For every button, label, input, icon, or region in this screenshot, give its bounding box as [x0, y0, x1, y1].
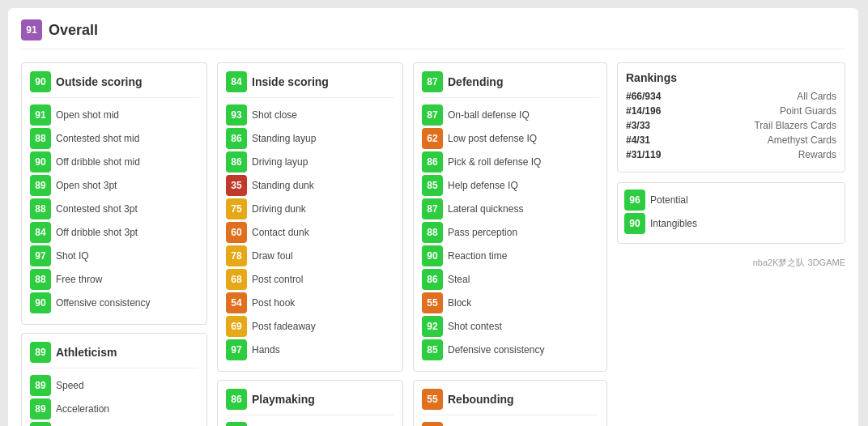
stat-label: Driving dunk [252, 203, 306, 215]
stat-row: 97Hands [226, 339, 394, 360]
ranking-number: #31/119 [626, 149, 661, 160]
stat-label: Shot contest [448, 321, 502, 332]
stat-row: 90Off dribble shot mid [30, 151, 198, 173]
ranking-number: #3/33 [626, 120, 650, 131]
third-column: 87 Defending 87On-ball defense IQ62Low p… [413, 62, 607, 426]
stat-label: Contested shot mid [56, 133, 139, 144]
stat-badge: 88 [30, 269, 51, 290]
stat-row: 88Contested shot 3pt [30, 198, 198, 219]
stat-label: Free throw [56, 274, 102, 285]
stat-row: 89Acceleration [30, 398, 198, 420]
ranking-number: #66/934 [626, 91, 661, 102]
stat-badge: 91 [30, 104, 51, 126]
stat-label: Steal [448, 274, 470, 285]
stat-badge: 85 [422, 339, 443, 360]
ranking-row: #66/934All Cards [626, 91, 836, 102]
stat-label: Pick & roll defense IQ [448, 156, 541, 168]
stat-row: 88Contested shot mid [30, 128, 198, 149]
overall-header: 91 Overall [21, 19, 845, 49]
stat-badge: 88 [30, 128, 51, 149]
stat-badge: 87 [422, 104, 443, 126]
athleticism-title: Athleticism [56, 346, 117, 359]
ranking-label: All Cards [797, 91, 836, 102]
extras-section: 96Potential90Intangibles [617, 182, 845, 244]
stat-badge: 88 [422, 222, 443, 243]
stat-row: 86Standing layup [226, 128, 394, 149]
inside-scoring-stats: 93Shot close86Standing layup86Driving la… [226, 104, 394, 360]
stat-row: 62Low post defense IQ [422, 128, 598, 149]
rebounding-header: 55 Rebounding [422, 389, 598, 415]
stat-row: 82Vertical [30, 422, 198, 426]
ranking-row: #14/196Point Guards [626, 105, 836, 117]
stat-label: Contested shot 3pt [56, 203, 138, 215]
rankings-section: Rankings #66/934All Cards#14/196Point Gu… [617, 62, 845, 173]
inside-scoring-header: 84 Inside scoring [226, 71, 394, 98]
stat-row: 78Draw foul [226, 245, 394, 266]
defending-stats: 87On-ball defense IQ62Low post defense I… [422, 104, 598, 360]
stat-label: Driving layup [252, 156, 308, 168]
extra-stat-row: 90Intangibles [624, 213, 838, 234]
overall-title: Overall [49, 22, 98, 39]
stat-row: 97Shot IQ [30, 245, 198, 266]
ranking-label: Trail Blazers Cards [754, 120, 836, 131]
stat-label: Pass perception [448, 227, 517, 238]
stat-label: On-ball defense IQ [448, 109, 530, 121]
stat-row: 55Block [422, 292, 598, 313]
stat-badge: 68 [226, 269, 247, 290]
second-column: 84 Inside scoring 93Shot close86Standing… [217, 62, 403, 426]
stat-row: 89Open shot 3pt [30, 175, 198, 196]
stat-label: Open shot 3pt [56, 180, 117, 191]
stat-row: 35Standing dunk [226, 175, 394, 196]
stat-row: 86Pick & roll defense IQ [422, 151, 598, 173]
extras-list: 96Potential90Intangibles [624, 190, 838, 236]
stat-badge: 86 [422, 151, 443, 173]
outside-scoring-section: 90 Outside scoring 91Open shot mid88Cont… [21, 62, 207, 325]
stat-badge: 55 [422, 292, 443, 313]
stat-badge: 88 [30, 198, 51, 219]
stat-badge: 89 [30, 375, 51, 396]
playmaking-title: Playmaking [252, 393, 315, 406]
stat-badge: 35 [226, 175, 247, 196]
stat-label: Post hook [252, 297, 295, 309]
ranking-number: #14/196 [626, 105, 661, 117]
stat-badge: 89 [30, 175, 51, 196]
defending-badge: 87 [422, 71, 443, 92]
stat-label: Help defense IQ [448, 180, 518, 191]
outside-scoring-stats: 91Open shot mid88Contested shot mid90Off… [30, 104, 198, 313]
ranking-label: Rewards [798, 149, 836, 160]
inside-scoring-badge: 84 [226, 71, 247, 92]
stat-row: 87Lateral quickness [422, 198, 598, 219]
ranking-row: #4/31Amethyst Cards [626, 134, 836, 146]
stat-label: Offensive consistency [56, 297, 151, 309]
stat-label: Lateral quickness [448, 203, 523, 215]
stat-badge: 87 [422, 198, 443, 219]
stat-label: Standing layup [252, 133, 316, 144]
defending-header: 87 Defending [422, 71, 598, 98]
stat-row: 69Post fadeaway [226, 316, 394, 337]
outside-scoring-header: 90 Outside scoring [30, 71, 198, 98]
stat-badge: 92 [422, 316, 443, 337]
stat-badge: 97 [30, 245, 51, 266]
main-card: 91 Overall 90 Outside scoring 91Open sho… [8, 8, 858, 426]
stat-row: 88Free throw [30, 269, 198, 290]
defending-section: 87 Defending 87On-ball defense IQ62Low p… [413, 62, 607, 372]
stat-row: 60Contact dunk [226, 222, 394, 243]
stat-badge: 90 [30, 151, 51, 173]
stat-label: Contact dunk [252, 227, 309, 238]
stat-label: Low post defense IQ [448, 133, 537, 144]
stat-badge: 90 [422, 245, 443, 266]
athleticism-header: 89 Athleticism [30, 342, 198, 368]
stat-label: Post fadeaway [252, 321, 316, 332]
stat-badge: 84 [30, 222, 51, 243]
rebounding-section: 55 Rebounding 47Offensive rebound56Defen… [413, 380, 607, 426]
stat-label: Speed [56, 380, 84, 391]
left-column: 90 Outside scoring 91Open shot mid88Cont… [21, 62, 207, 426]
stat-badge: 54 [226, 292, 247, 313]
ranking-label: Point Guards [780, 105, 836, 117]
stat-badge: 90 [30, 292, 51, 313]
stat-row: 90Offensive consistency [30, 292, 198, 313]
stat-row: 86Steal [422, 269, 598, 290]
stat-row: 88Pass perception [422, 222, 598, 243]
stat-label: Hands [252, 344, 280, 356]
playmaking-badge: 86 [226, 389, 247, 410]
